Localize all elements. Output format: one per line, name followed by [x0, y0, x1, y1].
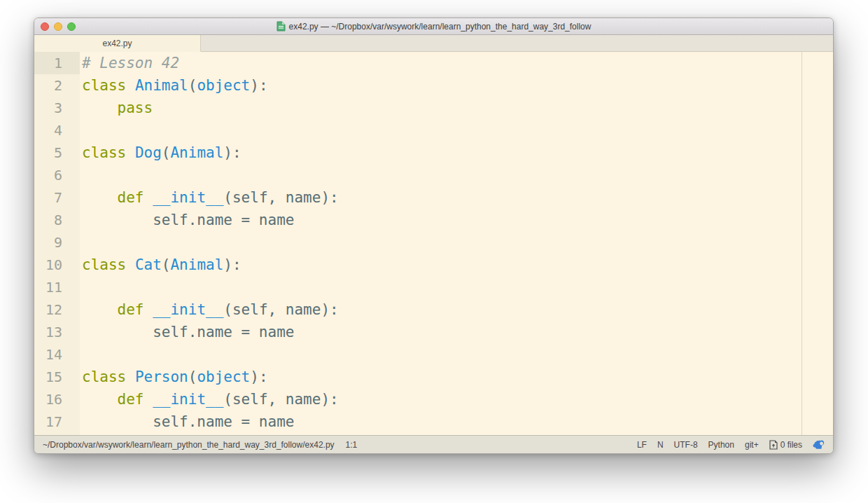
line-number: 11 [34, 276, 80, 298]
minimize-button[interactable] [54, 22, 62, 31]
line-number: 4 [34, 119, 80, 142]
code-text [80, 164, 82, 186]
code-line[interactable]: 10class Cat(Animal): [34, 254, 833, 276]
line-number: 15 [34, 366, 80, 388]
code-line[interactable]: 3 pass [34, 97, 833, 119]
line-number: 13 [34, 321, 80, 343]
code-line[interactable]: 11 [34, 276, 833, 298]
line-number: 1 [34, 52, 80, 74]
code-text: self.name = name [80, 321, 294, 343]
code-text: class Cat(Animal): [80, 254, 241, 276]
code-line[interactable]: 16 def __init__(self, name): [34, 388, 833, 411]
encoding-indicator[interactable]: UTF-8 [674, 440, 698, 450]
code-line[interactable]: 17 self.name = name [34, 411, 833, 433]
code-line[interactable]: 6 [34, 164, 833, 186]
status-bar: ~/Dropbox/var/wsywork/learn/learn_python… [34, 435, 833, 453]
code-text [80, 119, 82, 142]
code-editor[interactable]: 1# Lesson 422class Animal(object):3 pass… [34, 52, 833, 435]
syntax-indicator[interactable]: Python [708, 440, 734, 450]
document-icon [276, 21, 286, 32]
line-number: 3 [34, 97, 80, 119]
editor-window: ex42.py — ~/Dropbox/var/wsywork/learn/le… [34, 18, 834, 454]
line-ending-indicator[interactable]: LF [637, 440, 647, 450]
code-lines: 1# Lesson 422class Animal(object):3 pass… [34, 52, 833, 433]
code-line[interactable]: 7 def __init__(self, name): [34, 186, 833, 209]
line-number: 6 [34, 164, 80, 186]
code-line[interactable]: 2class Animal(object): [34, 74, 833, 97]
code-text: class Person(object): [80, 366, 268, 388]
code-line[interactable]: 4 [34, 119, 833, 142]
code-text: class Dog(Animal): [80, 142, 241, 164]
line-number: 8 [34, 209, 80, 231]
code-line[interactable]: 13 self.name = name [34, 321, 833, 343]
code-text [80, 231, 82, 254]
line-number: 2 [34, 74, 80, 97]
code-text: def __init__(self, name): [80, 388, 339, 411]
code-text: # Lesson 42 [80, 52, 179, 74]
code-line[interactable]: 5class Dog(Animal): [34, 142, 833, 164]
line-number: 9 [34, 231, 80, 254]
code-line[interactable]: 15class Person(object): [34, 366, 833, 388]
newline-indicator[interactable]: N [657, 440, 664, 450]
tab-bar: ex42.py [34, 35, 833, 52]
line-number: 5 [34, 142, 80, 164]
status-file-path: ~/Dropbox/var/wsywork/learn/learn_python… [43, 440, 335, 450]
code-text: pass [80, 97, 153, 119]
line-number: 12 [34, 298, 80, 321]
code-text: class Animal(object): [80, 74, 268, 97]
code-text [80, 343, 82, 366]
title-bar[interactable]: ex42.py — ~/Dropbox/var/wsywork/learn/le… [34, 18, 833, 35]
close-button[interactable] [41, 22, 49, 31]
line-number: 17 [34, 411, 80, 433]
zoom-button[interactable] [67, 22, 76, 31]
line-number: 16 [34, 388, 80, 411]
code-line[interactable]: 8 self.name = name [34, 209, 833, 231]
squirrel-icon[interactable] [813, 439, 825, 450]
files-count-label: 0 files [780, 440, 802, 450]
code-text: def __init__(self, name): [80, 298, 339, 321]
cursor-position: 1:1 [346, 440, 358, 450]
code-text [80, 276, 82, 298]
traffic-lights [41, 22, 76, 31]
code-line[interactable]: 14 [34, 343, 833, 366]
window-title: ex42.py — ~/Dropbox/var/wsywork/learn/le… [289, 22, 592, 32]
code-line[interactable]: 12 def __init__(self, name): [34, 298, 833, 321]
tab-ex42[interactable]: ex42.py [34, 35, 201, 52]
line-number: 10 [34, 254, 80, 276]
line-number: 7 [34, 186, 80, 209]
line-number: 14 [34, 343, 80, 366]
git-branch-indicator[interactable]: git+ [745, 440, 759, 450]
tab-label: ex42.py [102, 39, 132, 48]
code-line[interactable]: 1# Lesson 42 [34, 52, 833, 74]
code-text: self.name = name [80, 411, 294, 433]
code-line[interactable]: 9 [34, 231, 833, 254]
code-text: def __init__(self, name): [80, 186, 339, 209]
files-counter[interactable]: 0 files [769, 440, 802, 450]
file-badge-icon [769, 440, 778, 450]
code-text: self.name = name [80, 209, 294, 231]
